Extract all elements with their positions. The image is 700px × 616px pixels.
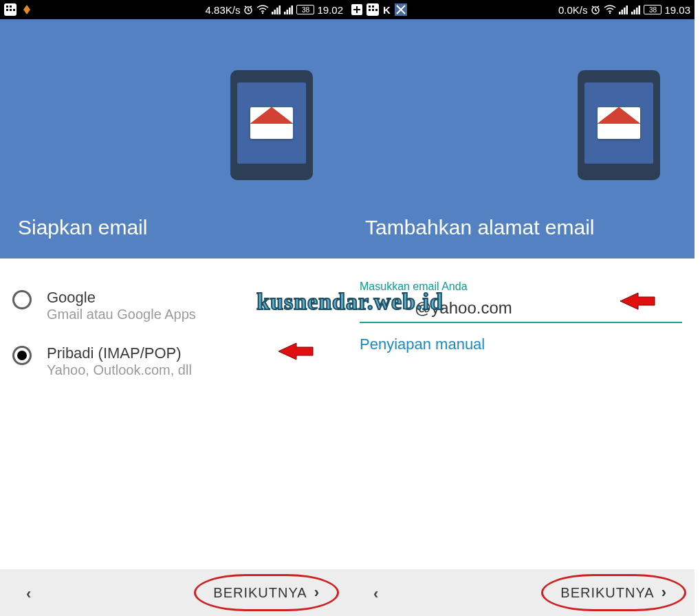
svg-rect-3 <box>6 9 8 11</box>
chevron-right-icon: › <box>314 584 320 602</box>
svg-point-7 <box>262 12 263 14</box>
bottom-bar: ‹ BERIKUTNYA › <box>0 569 347 616</box>
chevron-left-icon: ‹ <box>26 585 31 602</box>
chevron-right-icon: › <box>661 584 667 602</box>
bottom-bar: ‹ BERIKUTNYA › <box>347 569 694 616</box>
svg-rect-33 <box>639 6 641 14</box>
signal-icon <box>272 5 281 14</box>
option-personal-imap[interactable]: Pribadi (IMAP/POP) Yahoo, Outlook.com, d… <box>12 333 335 389</box>
svg-rect-31 <box>634 10 636 14</box>
option-title: Pribadi (IMAP/POP) <box>47 344 192 362</box>
signal-icon-2 <box>631 5 641 14</box>
svg-rect-26 <box>619 12 621 14</box>
gmail-tablet-icon <box>578 70 660 180</box>
back-button[interactable]: ‹ <box>362 577 389 609</box>
radio-icon <box>12 346 32 365</box>
annotation-arrow-icon <box>277 339 314 364</box>
wifi-icon <box>604 5 616 14</box>
clock: 19.02 <box>317 4 343 16</box>
radio-icon <box>12 290 32 309</box>
svg-rect-20 <box>369 9 371 11</box>
svg-rect-29 <box>626 6 628 14</box>
svg-rect-14 <box>289 8 291 14</box>
wifi-icon <box>256 5 269 14</box>
gmail-tablet-icon <box>230 70 313 180</box>
svg-rect-12 <box>284 12 286 14</box>
hero-banner: Siapkan email <box>0 19 347 258</box>
svg-rect-30 <box>631 12 633 14</box>
next-label: BERIKUTNYA <box>213 585 307 601</box>
screen-setup-email: 4.83K/s 38 19.02 Siapkan email <box>0 0 347 616</box>
svg-rect-27 <box>622 10 624 14</box>
next-button[interactable]: BERIKUTNYA › <box>201 577 332 608</box>
form-area: Masukkan email Anda Penyiapan manual <box>347 258 694 569</box>
option-subtitle: Gmail atau Google Apps <box>47 307 196 322</box>
svg-point-25 <box>609 12 611 14</box>
svg-rect-9 <box>274 10 276 14</box>
svg-rect-15 <box>292 6 294 14</box>
option-google[interactable]: Google Gmail atau Google Apps <box>12 278 335 333</box>
battery-icon: 38 <box>296 5 314 14</box>
hero-banner: Tambahkan alamat email <box>347 19 694 258</box>
svg-rect-21 <box>372 9 374 11</box>
network-speed: 0.0K/s <box>558 4 588 16</box>
svg-rect-32 <box>636 8 638 14</box>
email-input-label: Masukkan email Anda <box>360 280 682 293</box>
signal-icon-2 <box>284 5 294 14</box>
manual-setup-link[interactable]: Penyiapan manual <box>360 336 485 353</box>
status-bar: K 0.0K/s 38 19.03 <box>347 0 694 19</box>
next-label: BERIKUTNYA <box>560 585 654 601</box>
svg-rect-11 <box>279 6 281 14</box>
k-icon: K <box>383 4 391 16</box>
alarm-icon <box>243 4 254 15</box>
email-field[interactable] <box>360 296 682 323</box>
screen-add-email: K 0.0K/s 38 19.03 Tambah <box>347 0 694 616</box>
svg-rect-22 <box>375 9 378 11</box>
page-title: Tambahkan alamat email <box>365 216 677 239</box>
svg-rect-13 <box>287 10 289 14</box>
svg-rect-10 <box>276 8 278 14</box>
svg-rect-2 <box>10 6 12 8</box>
svg-rect-5 <box>13 9 15 11</box>
option-subtitle: Yahoo, Outlook.com, dll <box>47 362 192 378</box>
back-button[interactable]: ‹ <box>15 577 42 609</box>
svg-rect-8 <box>272 12 274 14</box>
svg-rect-19 <box>372 6 374 8</box>
option-title: Google <box>47 289 196 307</box>
next-button[interactable]: BERIKUTNYA › <box>548 577 679 608</box>
svg-rect-18 <box>369 6 371 8</box>
clock: 19.03 <box>664 4 690 16</box>
svg-rect-28 <box>624 8 626 14</box>
app-icon <box>21 3 33 16</box>
svg-rect-4 <box>10 9 12 11</box>
svg-rect-1 <box>6 6 8 8</box>
status-bar: 4.83K/s 38 19.02 <box>0 0 347 19</box>
page-title: Siapkan email <box>18 216 329 239</box>
battery-icon: 38 <box>644 5 661 14</box>
network-speed: 4.83K/s <box>206 4 241 16</box>
bbm-icon <box>4 3 17 16</box>
alarm-icon <box>590 4 601 15</box>
chevron-left-icon: ‹ <box>373 585 378 602</box>
bbm-icon <box>367 3 379 16</box>
plus-icon <box>351 4 362 15</box>
signal-icon <box>619 5 628 14</box>
app-icon <box>395 3 407 16</box>
options-area: Google Gmail atau Google Apps Pribadi (I… <box>0 258 347 569</box>
